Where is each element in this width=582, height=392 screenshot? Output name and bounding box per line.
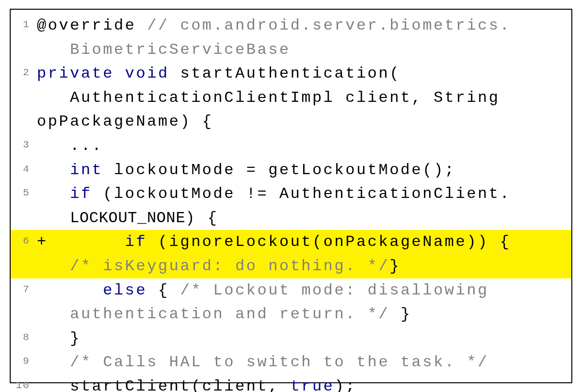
code-content: authentication and return. */ } — [37, 302, 571, 327]
comment-token: /* Calls HAL to switch to the task. */ — [70, 353, 488, 371]
diff-plus-token: + — [37, 233, 125, 251]
keyword-token: true — [291, 377, 335, 392]
code-content: AuthenticationClientImpl client, String … — [37, 86, 571, 134]
code-token: } — [389, 305, 411, 323]
code-content: if (lockoutMode != AuthenticationClient. — [37, 182, 571, 206]
line-number: 9 — [11, 350, 37, 375]
code-content: private void startAuthentication( — [37, 62, 571, 86]
code-line: 9 /* Calls HAL to switch to the task. */ — [11, 350, 571, 375]
comment-token: // com.android.server.biometrics. — [136, 16, 511, 34]
code-token: (lockoutMode != AuthenticationClient. — [92, 185, 511, 203]
annotation-token: @override — [37, 16, 136, 34]
keyword-token: if — [125, 233, 147, 251]
code-content: } — [37, 327, 571, 351]
code-token: LOCKOUT_NONE — [70, 209, 185, 227]
comment-token: BiometricServiceBase — [70, 41, 290, 59]
code-content: int lockoutMode = getLockoutMode(); — [37, 158, 571, 182]
line-number: 2 — [11, 62, 37, 86]
code-token: startAuthentication( — [169, 65, 401, 82]
line-number: 7 — [11, 278, 37, 303]
code-token: lockoutMode = getLockoutMode(); — [103, 161, 455, 179]
code-content: + if (ignoreLockout(onPackageName)) { — [37, 230, 571, 254]
keyword-token: if — [70, 185, 92, 203]
line-number: 10 — [11, 375, 37, 392]
code-line: 7 else { /* Lockout mode: disallowing — [11, 278, 571, 303]
code-token: ) { — [185, 209, 218, 227]
line-number: 1 — [11, 14, 37, 38]
code-line: 2 private void startAuthentication( — [11, 62, 571, 86]
code-line: 1 @override // com.android.server.biomet… — [11, 14, 571, 38]
code-content: else { /* Lockout mode: disallowing — [37, 278, 571, 303]
code-content: LOCKOUT_NONE) { — [37, 206, 571, 230]
line-number: 3 — [11, 134, 37, 158]
code-line: 5 if (lockoutMode != AuthenticationClien… — [11, 182, 571, 206]
code-content: ... — [37, 134, 571, 158]
code-token: startClient(client, — [70, 377, 290, 392]
line-number: 8 — [11, 327, 37, 351]
code-line-wrap: . BiometricServiceBase — [11, 38, 571, 62]
page: 1 @override // com.android.server.biomet… — [0, 0, 582, 392]
code-line-wrap: . LOCKOUT_NONE) { — [11, 206, 571, 230]
code-line-highlighted: 6 + if (ignoreLockout(onPackageName)) { — [11, 230, 571, 254]
line-number: 5 — [11, 182, 37, 206]
code-content: BiometricServiceBase — [37, 38, 571, 62]
code-token — [37, 89, 70, 107]
code-content: @override // com.android.server.biometri… — [37, 14, 571, 38]
code-line: 4 int lockoutMode = getLockoutMode(); — [11, 158, 571, 182]
code-content: /* Calls HAL to switch to the task. */ — [37, 350, 571, 375]
code-listing-frame: 1 @override // com.android.server.biomet… — [10, 9, 572, 383]
code-line-highlighted-wrap: . /* isKeyguard: do nothing. */} — [11, 254, 571, 278]
comment-token — [37, 41, 70, 59]
keyword-token: int — [70, 161, 103, 179]
code-token: ... — [70, 137, 103, 155]
comment-token: /* Lockout mode: disallowing — [180, 281, 500, 299]
code-line-wrap: . AuthenticationClientImpl client, Strin… — [11, 86, 571, 134]
code-line: 8 } — [11, 327, 571, 351]
keyword-token: else — [103, 281, 147, 299]
keyword-token: void — [114, 65, 169, 82]
line-number: 4 — [11, 158, 37, 182]
code-token: (ignoreLockout(onPackageName)) { — [147, 233, 511, 251]
code-line-wrap: . authentication and return. */ } — [11, 302, 571, 327]
code-token: AuthenticationClientImpl client, String … — [37, 89, 511, 131]
code-token: ); — [335, 377, 356, 392]
comment-token: /* isKeyguard: do nothing. */ — [70, 257, 389, 275]
line-number: 6 — [11, 230, 37, 254]
code-content: /* isKeyguard: do nothing. */} — [37, 254, 571, 278]
code-token: } — [389, 257, 401, 275]
code-line: 10 startClient(client, true); — [11, 375, 571, 392]
code-line: 3 ... — [11, 134, 571, 158]
code-token: { — [147, 281, 180, 299]
code-token: } — [70, 329, 81, 347]
code-content: startClient(client, true); — [37, 375, 571, 392]
keyword-token: private — [37, 65, 114, 82]
comment-token: authentication and return. */ — [70, 305, 389, 323]
code-token — [37, 137, 70, 155]
